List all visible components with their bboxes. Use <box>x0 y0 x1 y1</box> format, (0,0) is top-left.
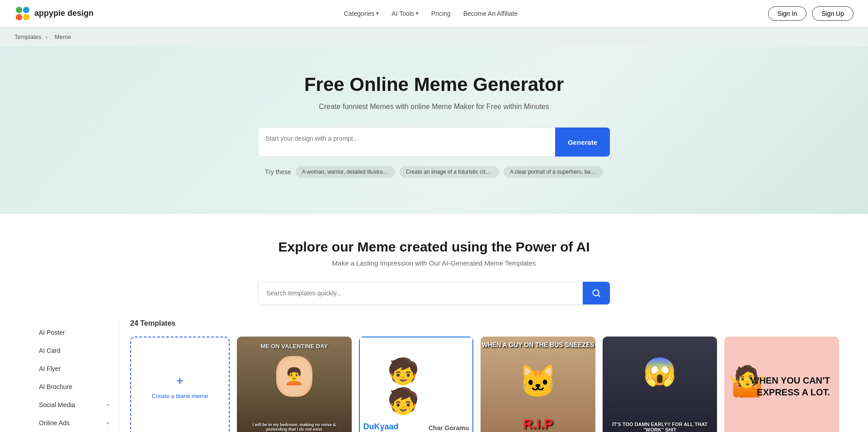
breadcrumb-templates[interactable]: Templates <box>14 33 41 40</box>
plus-icon: + <box>176 374 184 388</box>
sidebar-item-ai-brochure[interactable]: AI Brochure <box>32 378 116 395</box>
templates-grid: + Create a blank meme ME ON VALENTINE DA… <box>130 337 839 432</box>
prompt-area: Generate <box>258 127 610 157</box>
meme-top-text-0: ME ON VALENTINE DAY <box>260 343 328 350</box>
create-blank-label: Create a blank meme <box>152 393 208 399</box>
sidebar-item-ai-card[interactable]: AI Card <box>32 342 116 359</box>
meme-bottom-text-3: IT'S TOO DAMN EARLY!! FOR ALL THAT "WORK… <box>608 422 711 432</box>
nav-pricing[interactable]: Pricing <box>431 10 451 17</box>
meme-character-3: 😱 <box>643 356 677 388</box>
nav-ai-tools[interactable]: AI Tools ▾ <box>392 10 419 17</box>
chevron-down-icon: ▾ <box>376 10 379 16</box>
hero-section: Free Online Meme Generator Create funnie… <box>0 47 868 214</box>
try-these-label: Try these <box>265 168 291 176</box>
try-chip-0[interactable]: A woman, warrior, detailed illustration,… <box>296 166 395 178</box>
meme-card-4[interactable]: 🤷 WHEN YOU CAN'T EXPRESS A LOT. <box>724 337 839 432</box>
meme-card-1[interactable]: 🧒🧒 DuKyaad Char Goramu <box>359 337 474 432</box>
main-layout: AI Poster AI Card AI Flyer AI Brochure S… <box>14 319 854 432</box>
generate-button[interactable]: Generate <box>555 128 610 157</box>
meme-card-3[interactable]: 😱 IT'S TOO DAMN EARLY!! FOR ALL THAT "WO… <box>603 337 717 432</box>
svg-point-2 <box>16 14 22 20</box>
meme-character-1: 🧒🧒 <box>387 356 445 416</box>
templates-count: 24 Templates <box>130 319 839 328</box>
search-button[interactable] <box>583 282 610 304</box>
meme-character-2: 🐱 <box>518 363 557 400</box>
try-these-row: Try these A woman, warrior, detailed ill… <box>14 166 854 178</box>
sidebar-item-online-ads[interactable]: Online Ads ▾ <box>32 414 116 432</box>
try-chip-1[interactable]: Create an image of a futuristic cityscap… <box>400 166 499 178</box>
meme-card-0[interactable]: ME ON VALENTINE DAY 🧑‍🦱 I will be in my … <box>237 337 352 432</box>
prompt-input[interactable] <box>258 128 555 157</box>
meme-text-4: WHEN YOU CAN'T EXPRESS A LOT. <box>724 375 830 398</box>
meme-card-2[interactable]: WHEN A GUY ON THE BUS SNEEZES 🐱 R.I.P <box>481 337 595 432</box>
svg-line-5 <box>598 295 600 297</box>
meme-text-0: DuKyaad <box>363 422 399 432</box>
logo-text: appypie design <box>34 9 94 18</box>
meme-top-text-2: WHEN A GUY ON THE BUS SNEEZES <box>481 341 594 348</box>
meme-bottom-text-0: I will be in my bedroom, making no noise… <box>243 423 346 432</box>
sidebar-item-ai-flyer[interactable]: AI Flyer <box>32 360 116 377</box>
breadcrumb: Templates › Meme <box>0 27 868 47</box>
meme-bottom-text-2: R.I.P <box>523 416 553 432</box>
meme-character-0: 🧑‍🦱 <box>276 356 312 397</box>
hero-subtitle: Create funniest Memes with online Meme M… <box>14 103 854 111</box>
svg-point-3 <box>23 14 29 20</box>
sidebar: AI Poster AI Card AI Flyer AI Brochure S… <box>29 319 119 432</box>
nav-categories[interactable]: Categories ▾ <box>344 10 379 17</box>
nav-links: Categories ▾ AI Tools ▾ Pricing Become A… <box>344 10 518 17</box>
logo-icon <box>14 5 31 22</box>
explore-title: Explore our Meme created using the Power… <box>14 239 854 255</box>
sign-in-button[interactable]: Sign In <box>768 6 807 21</box>
sidebar-item-social-media[interactable]: Social Media ▾ <box>32 396 116 413</box>
explore-subtitle: Make a Lasting Impression with Our AI-Ge… <box>14 259 854 267</box>
sidebar-item-ai-poster[interactable]: AI Poster <box>32 324 116 341</box>
search-icon <box>592 289 601 298</box>
try-chip-2[interactable]: A clear portrait of a superhero, backgro… <box>504 166 603 178</box>
breadcrumb-current: Meme <box>55 33 71 40</box>
navbar: appypie design Categories ▾ AI Tools ▾ P… <box>0 0 868 27</box>
nav-affiliate[interactable]: Become An Affiliate <box>463 10 518 17</box>
create-blank-meme[interactable]: + Create a blank meme <box>130 337 230 432</box>
explore-header: Explore our Meme created using the Power… <box>14 239 854 267</box>
logo[interactable]: appypie design <box>14 5 94 22</box>
search-bar <box>258 281 610 305</box>
templates-area: 24 Templates + Create a blank meme ME ON… <box>119 319 839 432</box>
search-input[interactable] <box>258 283 583 303</box>
nav-actions: Sign In Sign Up <box>768 6 854 21</box>
svg-point-0 <box>16 7 22 13</box>
breadcrumb-separator: › <box>46 33 49 40</box>
sign-up-button[interactable]: Sign Up <box>812 6 854 21</box>
meme-text-1: Char Goramu <box>429 424 469 432</box>
chevron-down-icon: ▾ <box>416 10 419 16</box>
svg-point-1 <box>23 7 29 13</box>
chevron-down-icon: ▾ <box>107 403 109 408</box>
chevron-down-icon: ▾ <box>107 421 109 426</box>
hero-title: Free Online Meme Generator <box>14 74 854 95</box>
explore-section: Explore our Meme created using the Power… <box>0 214 868 432</box>
